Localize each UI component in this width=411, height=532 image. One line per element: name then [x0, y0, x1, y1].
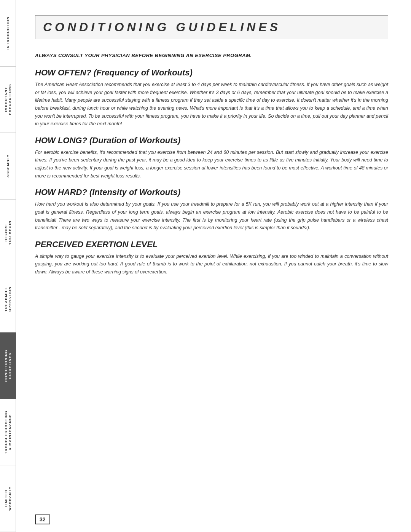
section-heading-how-hard: HOW HARD? (Intensity of Workouts) — [35, 187, 388, 197]
page-title: CONDITIONING GUIDELINES — [43, 20, 380, 34]
section-heading-how-long: HOW LONG? (Duration of Workouts) — [35, 136, 388, 145]
sidebar-item-label: BEFOREYOU BEGIN — [4, 220, 12, 245]
sidebar-item-label: CONDITIONINGGUIDELINES — [4, 350, 12, 382]
sidebar-item-treadmill-operation[interactable]: TREADMILLOPERATION — [0, 266, 16, 333]
section-body-perceived-exertion: A simple way to gauge your exercise inte… — [35, 252, 388, 276]
section-heading-how-often: HOW OFTEN? (Frequency of Workouts) — [35, 68, 388, 78]
sidebar-item-assembly[interactable]: ASSEMBLY — [0, 133, 16, 200]
physician-notice: ALWAYS CONSULT YOUR PHYSICIAN BEFORE BEG… — [35, 53, 388, 58]
main-content: CONDITIONING GUIDELINES ALWAYS CONSULT Y… — [16, 0, 411, 532]
sidebar-item-label: LIMITEDWARRANTY — [4, 486, 12, 511]
sidebar-item-introduction[interactable]: INTRODUCTION — [0, 0, 16, 67]
sidebar-item-label: TROUBLESHOOTING& MAINTENANCE — [4, 411, 12, 454]
sidebar-item-label: ASSEMBLY — [6, 154, 10, 177]
title-box: CONDITIONING GUIDELINES — [35, 15, 388, 39]
sidebar-item-warranty[interactable]: LIMITEDWARRANTY — [0, 465, 16, 532]
page-number: 32 — [35, 514, 50, 524]
sidebar-item-label: INTRODUCTION — [6, 16, 10, 50]
sidebar-item-label: IMPORTANTPRECAUTIONS — [4, 84, 12, 115]
sidebar-item-troubleshooting[interactable]: TROUBLESHOOTING& MAINTENANCE — [0, 399, 16, 466]
sidebar-item-precautions[interactable]: IMPORTANTPRECAUTIONS — [0, 67, 16, 133]
section-heading-perceived-exertion: PERCEIVED EXERTION LEVEL — [35, 240, 388, 249]
sidebar-item-conditioning-guidelines[interactable]: CONDITIONINGGUIDELINES — [0, 332, 16, 399]
section-body-how-often: The American Heart Association recommend… — [35, 81, 388, 128]
sidebar: INTRODUCTION IMPORTANTPRECAUTIONS ASSEMB… — [0, 0, 16, 532]
sidebar-item-before-you-begin[interactable]: BEFOREYOU BEGIN — [0, 200, 16, 266]
section-body-how-hard: How hard you workout is also determined … — [35, 200, 388, 232]
sidebar-item-label: TREADMILLOPERATION — [4, 286, 12, 312]
section-body-how-long: For aerobic exercise benefits, it's reco… — [35, 149, 388, 180]
